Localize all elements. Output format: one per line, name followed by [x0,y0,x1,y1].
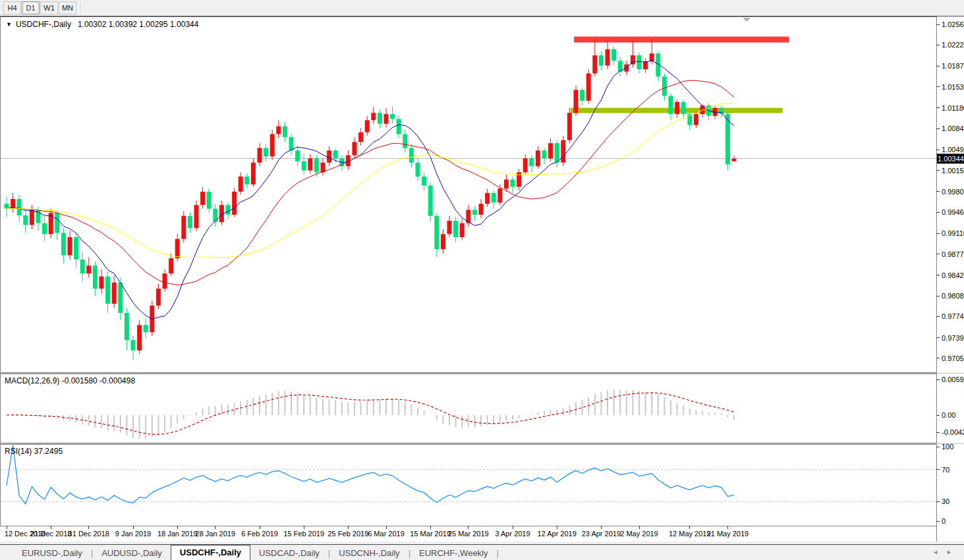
terminal-window: H4D1W1MN 1.025601.022201.018701.015301.0… [0,0,964,560]
candle [181,216,186,239]
price-axis-label: 0.98420 [942,271,964,279]
date-axis-label: 18 Jan 2019 [157,530,198,538]
tab-usdcnh-daily[interactable]: USDCNH-,Daily [330,546,408,560]
price-axis-label: 1.01180 [942,104,964,112]
candle [163,273,167,289]
macd-indicator-label: MACD(12,26,9) -0.001580 -0.000498 [5,376,135,385]
candle [472,210,477,215]
candle [397,119,401,134]
chart-symbol-label: USDCHF-,Daily [16,20,71,29]
candle [592,55,597,74]
candle [333,150,338,158]
candle [416,163,420,177]
candle [105,277,110,304]
candle [175,239,180,258]
candle [511,180,515,187]
price-pane [1,17,937,373]
tab-scroll-left-icon[interactable]: ◄ [932,549,946,555]
candle [529,158,534,166]
candle [422,177,426,186]
candle [599,55,604,66]
timeframe-button-w1[interactable]: W1 [40,1,58,14]
candle [675,102,679,114]
chart-title: ▼USDCHF-,Daily1.00302 1.00392 1.00295 1.… [6,20,198,29]
candle [264,148,268,157]
resistance-line[interactable] [574,37,789,43]
candle [694,114,698,125]
tab-eurchf-weekly[interactable]: EURCHF-,Weekly [411,546,497,560]
date-axis-label: 9 Jan 2019 [115,530,151,538]
date-axis-label: 12 Apr 2019 [538,530,577,538]
candle [365,120,370,132]
tab-eurusd-daily[interactable]: EURUSD-,Daily [13,546,91,560]
price-axis-label: 0.97050 [942,354,964,362]
macd-axis-label: 0.00 [942,411,955,419]
tab-usdchf-daily[interactable]: USDCHF-,Daily [171,545,250,560]
candle [276,126,281,134]
candle [358,132,363,142]
timeframe-button-d1[interactable]: D1 [22,1,40,14]
candle [194,205,199,228]
date-axis-label: 21 May 2019 [707,530,749,538]
tab-scroll-right-icon[interactable]: ► [946,549,960,555]
date-axis-label: 23 Apr 2019 [582,530,621,538]
price-axis-label: 0.97390 [942,334,964,342]
timeframe-toolbar: H4D1W1MN [0,0,964,16]
date-axis-label: 25 Mar 2019 [448,530,489,538]
candle [131,340,136,350]
candle [378,113,382,124]
candle [314,158,319,172]
price-axis-label: 0.99800 [942,188,964,196]
price-axis-label: 1.01870 [942,62,964,70]
candle [492,193,496,203]
candle [384,114,389,124]
candle [144,325,148,332]
rsi-axis-label: 0 [942,517,946,525]
date-axis-label: 2 May 2019 [620,530,658,538]
price-axis-label: 1.02560 [942,20,964,28]
macd-axis-label: 0.00597 [942,376,964,383]
candle [555,143,559,162]
symbol-dropdown-icon[interactable]: ▼ [6,21,12,28]
candle [453,221,458,237]
candle [479,204,484,215]
timeframe-button-mn[interactable]: MN [59,1,76,14]
candle [23,215,28,225]
candle [42,223,47,235]
price-axis-label: 0.98080 [942,292,964,300]
rsi-indicator-label: RSI(14) 37.2495 [5,447,63,456]
tab-audusd-daily[interactable]: AUDUSD-,Daily [93,546,171,560]
candle [5,204,9,208]
toolbar-separator [80,2,82,14]
candle [137,325,142,350]
candle [156,289,161,306]
chart-canvas[interactable]: 1.025601.022201.018701.015301.011801.008… [0,16,964,542]
candle [302,161,306,171]
candle [61,233,66,256]
candle [637,55,642,69]
candle [586,74,591,101]
tab-scroll-arrows: ◄► [932,549,960,555]
candle [371,113,376,120]
candle [353,142,357,155]
tab-usdcad-daily[interactable]: USDCAD-,Daily [250,546,328,560]
candle [86,266,91,273]
candle [611,49,616,61]
candle [74,237,78,260]
price-axis-label: 0.97740 [942,312,964,320]
candle [232,192,237,215]
candle [574,90,579,113]
price-axis-label: 0.98770 [942,250,964,258]
date-axis-label: 28 Jan 2019 [196,530,236,538]
rsi-axis-label: 30 [942,497,950,505]
candle [308,158,312,170]
candle [650,53,654,61]
timeframe-button-h4[interactable]: H4 [3,1,21,14]
candle [251,163,256,184]
candle [244,177,249,184]
symbol-tab-bar: EURUSD-,Daily|AUDUSD-,DailyUSDCHF-,Daily… [0,544,964,560]
candle [112,283,117,304]
price-axis-label: 1.00150 [942,167,964,175]
candle [200,192,205,205]
candle [118,283,123,313]
